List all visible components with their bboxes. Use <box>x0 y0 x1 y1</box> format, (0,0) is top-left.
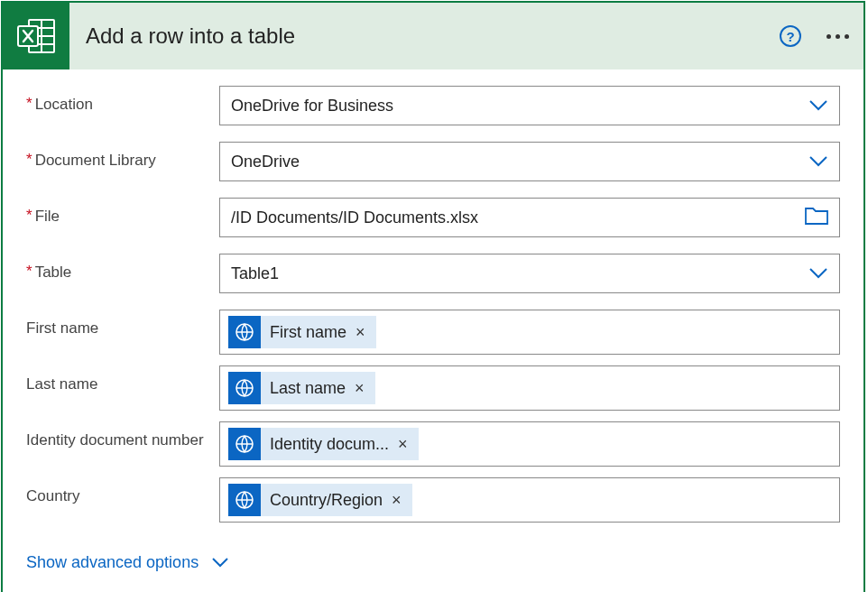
field-row-location: *Location OneDrive for Business <box>26 86 840 125</box>
token-idnumber[interactable]: Identity docum... × <box>228 428 419 460</box>
excel-app-icon <box>3 3 69 69</box>
lastname-input[interactable]: Last name × <box>219 365 840 411</box>
close-icon[interactable]: × <box>396 435 410 454</box>
card-body: *Location OneDrive for Business *Documen… <box>3 69 863 592</box>
action-card: Add a row into a table ? *Location OneDr… <box>1 1 865 592</box>
label-lastname: Last name <box>26 365 219 393</box>
chevron-down-icon <box>808 96 828 116</box>
label-idnumber: Identity document number <box>26 421 219 449</box>
file-picker[interactable]: /ID Documents/ID Documents.xlsx <box>219 198 840 237</box>
dynamic-content-icon <box>228 316 261 348</box>
header-actions: ? <box>780 25 849 47</box>
field-row-firstname: First name First name × <box>26 310 840 355</box>
token-firstname[interactable]: First name × <box>228 316 376 348</box>
dynamic-content-icon <box>228 372 261 404</box>
field-row-library: *Document Library OneDrive <box>26 142 840 181</box>
file-value: /ID Documents/ID Documents.xlsx <box>231 208 805 227</box>
label-file: *File <box>26 198 219 226</box>
token-label: Identity docum... <box>270 435 389 454</box>
idnumber-input[interactable]: Identity docum... × <box>219 421 840 467</box>
field-row-file: *File /ID Documents/ID Documents.xlsx <box>26 198 840 237</box>
close-icon[interactable]: × <box>353 379 366 398</box>
field-row-lastname: Last name Last name × <box>26 365 840 411</box>
excel-icon <box>16 18 56 54</box>
label-table: *Table <box>26 254 219 282</box>
field-row-country: Country Country/Region × <box>26 477 840 523</box>
label-location: *Location <box>26 86 219 114</box>
table-select[interactable]: Table1 <box>219 254 840 293</box>
location-select[interactable]: OneDrive for Business <box>219 86 840 125</box>
chevron-down-icon <box>808 152 828 171</box>
label-country: Country <box>26 477 219 505</box>
token-label: First name <box>270 323 346 342</box>
close-icon[interactable]: × <box>354 323 367 342</box>
card-title: Add a row into a table <box>86 23 295 49</box>
more-menu-icon[interactable] <box>826 34 849 39</box>
help-icon[interactable]: ? <box>780 25 801 47</box>
label-firstname: First name <box>26 310 219 338</box>
location-value: OneDrive for Business <box>231 97 808 116</box>
chevron-down-icon <box>211 553 229 572</box>
token-lastname[interactable]: Last name × <box>228 372 375 404</box>
field-row-table: *Table Table1 <box>26 254 840 293</box>
token-label: Country/Region <box>270 491 383 510</box>
dynamic-content-icon <box>228 428 261 460</box>
close-icon[interactable]: × <box>390 491 403 510</box>
token-country[interactable]: Country/Region × <box>228 484 412 516</box>
library-select[interactable]: OneDrive <box>219 142 840 181</box>
table-value: Table1 <box>231 264 808 283</box>
chevron-down-icon <box>808 264 828 283</box>
label-library: *Document Library <box>26 142 219 170</box>
library-value: OneDrive <box>231 153 808 171</box>
show-advanced-options[interactable]: Show advanced options <box>26 553 229 572</box>
dynamic-content-icon <box>228 484 261 516</box>
token-label: Last name <box>270 379 346 398</box>
country-input[interactable]: Country/Region × <box>219 477 840 523</box>
field-row-idnumber: Identity document number Identity docum.… <box>26 421 840 467</box>
card-header: Add a row into a table ? <box>3 3 863 69</box>
folder-icon <box>805 208 828 227</box>
firstname-input[interactable]: First name × <box>219 310 840 355</box>
